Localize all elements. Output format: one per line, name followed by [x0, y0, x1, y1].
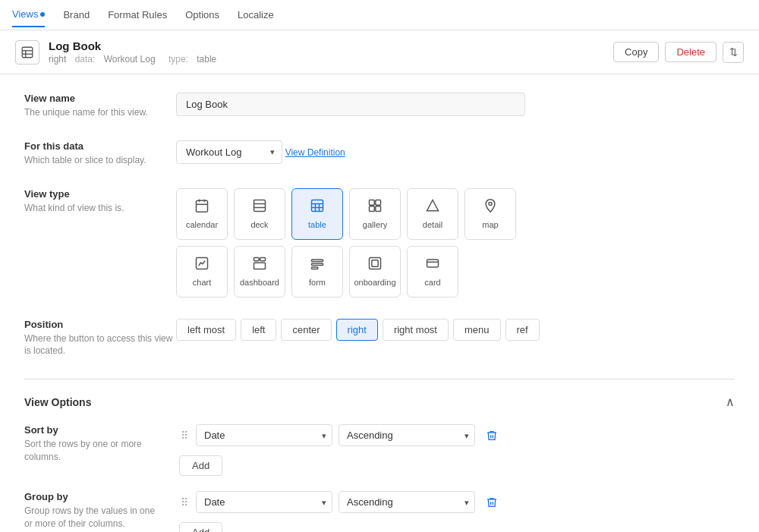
nav-item-brand[interactable]: Brand [63, 3, 90, 27]
copy-button[interactable]: Copy [613, 42, 659, 62]
svg-rect-27 [312, 267, 318, 269]
svg-rect-26 [312, 263, 323, 266]
view-name-input[interactable] [176, 93, 525, 116]
view-type-deck-label: deck [250, 220, 268, 229]
nav-item-views[interactable]: Views [12, 2, 45, 27]
group-by-section: Group by Group rows by the values in one… [24, 491, 735, 532]
sort-by-section: Sort by Sort the rows by one or more col… [24, 424, 735, 476]
group-drag-handle[interactable]: ⠿ [179, 495, 190, 510]
svg-rect-24 [254, 263, 266, 269]
view-type-calendar[interactable]: calendar [176, 188, 228, 240]
view-type-label: View type [24, 188, 176, 200]
group-add-button[interactable]: Add [179, 522, 222, 532]
svg-rect-11 [312, 200, 323, 212]
for-this-data-control: Workout Log View Definition [176, 140, 735, 164]
deck-icon [252, 198, 267, 216]
svg-point-20 [489, 203, 492, 206]
chart-icon [194, 256, 209, 274]
position-group: left most left center right right most m… [176, 319, 735, 341]
header-title: Log Book [49, 39, 613, 52]
view-type-onboarding-label: onboarding [354, 278, 395, 287]
view-name-sublabel: The unique name for this view. [24, 106, 176, 119]
table-icon [310, 198, 325, 216]
group-direction-select[interactable]: Ascending Descending [339, 491, 475, 513]
header-type-label: type: [168, 54, 188, 65]
map-icon [483, 198, 498, 216]
header-info: Log Book right data: Workout Log type: t… [49, 39, 613, 65]
main-content: View name The unique name for this view.… [0, 74, 759, 532]
group-column-select[interactable]: Date Name Duration Type [196, 491, 332, 513]
nav-item-format-rules[interactable]: Format Rules [108, 3, 167, 27]
position-left[interactable]: left [241, 319, 276, 341]
collapse-button[interactable]: ∧ [726, 395, 735, 409]
view-options-header: View Options ∧ [24, 395, 735, 409]
header-bar: Log Book right data: Workout Log type: t… [0, 30, 759, 74]
sort-by-row: ⠿ Date Name Duration Type Ascending Desc… [179, 424, 735, 446]
position-sublabel: Where the button to access this view is … [24, 332, 176, 358]
sort-by-label: Sort by [24, 424, 161, 436]
gallery-icon [367, 198, 383, 216]
view-type-calendar-label: calendar [186, 220, 218, 229]
view-type-map-label: map [482, 220, 498, 229]
view-type-gallery[interactable]: gallery [349, 188, 401, 240]
view-type-card[interactable]: card [407, 246, 458, 297]
reorder-button[interactable]: ⇅ [723, 42, 744, 63]
view-type-dashboard-label: dashboard [240, 278, 279, 287]
group-by-row: ⠿ Date Name Duration Type Ascending Desc… [179, 491, 735, 513]
view-type-dashboard[interactable]: dashboard [234, 246, 285, 297]
data-source-select[interactable]: Workout Log [176, 140, 282, 164]
view-type-form-label: form [309, 278, 326, 287]
view-name-label-col: View name The unique name for this view. [24, 93, 176, 119]
svg-rect-19 [376, 206, 381, 212]
position-section: Position Where the button to access this… [24, 319, 735, 358]
view-name-control [176, 93, 735, 116]
sort-add-button[interactable]: Add [179, 455, 222, 476]
delete-button[interactable]: Delete [665, 42, 716, 62]
view-type-table[interactable]: table [291, 188, 343, 240]
position-center[interactable]: center [281, 319, 331, 341]
position-menu[interactable]: menu [453, 319, 501, 341]
view-type-gallery-label: gallery [363, 220, 387, 229]
position-left-most[interactable]: left most [176, 319, 236, 341]
view-type-sublabel: What kind of view this is. [24, 202, 176, 215]
svg-rect-16 [370, 200, 375, 206]
nav-label-brand: Brand [63, 9, 90, 20]
svg-rect-22 [254, 258, 260, 261]
view-type-card-label: card [424, 278, 440, 287]
group-delete-button[interactable] [481, 492, 502, 513]
view-type-label-col: View type What kind of view this is. [24, 188, 176, 215]
view-type-onboarding[interactable]: onboarding [349, 246, 401, 297]
nav-item-localize[interactable]: Localize [238, 3, 274, 27]
sort-column-select[interactable]: Date Name Duration Type [196, 424, 332, 446]
svg-rect-8 [254, 200, 266, 212]
svg-rect-17 [376, 200, 381, 206]
for-this-data-section: For this data Which table or slice to di… [24, 140, 735, 167]
view-type-detail[interactable]: detail [407, 188, 458, 240]
position-label-col: Position Where the button to access this… [24, 319, 176, 358]
svg-rect-18 [370, 206, 375, 212]
view-definition-link[interactable]: View Definition [285, 147, 345, 158]
position-right-most[interactable]: right most [383, 319, 449, 341]
view-type-map[interactable]: map [465, 188, 516, 240]
group-by-label-col: Group by Group rows by the values in one… [24, 491, 161, 532]
card-icon [425, 256, 440, 274]
group-by-control: ⠿ Date Name Duration Type Ascending Desc… [179, 491, 735, 532]
group-direction-select-wrapper: Ascending Descending [339, 491, 475, 513]
view-type-form[interactable]: form [291, 246, 343, 297]
view-type-chart[interactable]: chart [176, 246, 228, 297]
view-type-grid: calendar deck table [176, 188, 556, 297]
calendar-icon [194, 198, 209, 216]
svg-rect-30 [427, 260, 439, 267]
sort-direction-select[interactable]: Ascending Descending [339, 424, 475, 446]
for-this-data-label: For this data [24, 140, 176, 152]
sort-drag-handle[interactable]: ⠿ [179, 428, 190, 443]
nav-item-options[interactable]: Options [185, 3, 219, 27]
view-type-control: calendar deck table [176, 188, 735, 297]
position-right[interactable]: right [336, 319, 378, 341]
view-type-deck[interactable]: deck [234, 188, 285, 240]
top-nav: Views Brand Format Rules Options Localiz… [0, 0, 759, 30]
detail-icon [425, 198, 440, 216]
sort-delete-button[interactable] [481, 425, 502, 446]
position-ref[interactable]: ref [505, 319, 540, 341]
header-meta: right data: Workout Log type: table [49, 54, 613, 65]
